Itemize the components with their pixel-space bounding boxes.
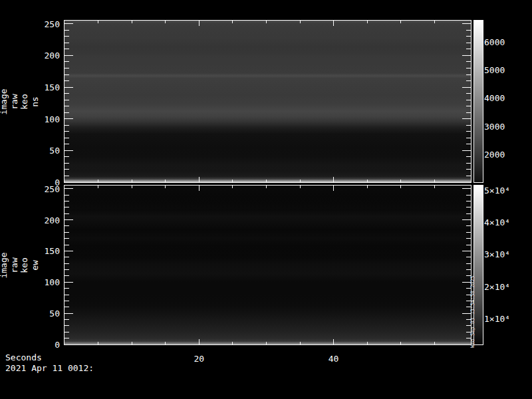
y-tick-minor xyxy=(466,131,471,132)
figure-root: Seconds 2021 Apr 11 0012: Wed Sep 03 13:… xyxy=(0,0,532,399)
x-tick-minor xyxy=(132,186,132,188)
y-tick-minor xyxy=(65,36,69,37)
y-tick-major xyxy=(65,219,73,220)
y-tick-minor xyxy=(466,43,471,43)
y-tick-minor xyxy=(466,225,471,226)
x-tick-minor xyxy=(434,21,435,23)
y-tick-label: 200 xyxy=(45,51,60,60)
y-tick-minor xyxy=(65,288,69,289)
x-tick-minor xyxy=(266,180,267,182)
y-tick-minor xyxy=(466,93,471,94)
y-axis-title-word: raw xyxy=(9,94,19,109)
colorbar-tick-label: 5000 xyxy=(484,65,505,75)
x-tick-minor xyxy=(367,21,368,23)
y-tick-minor xyxy=(65,169,69,170)
y-tick-major xyxy=(65,182,73,183)
x-tick-minor xyxy=(367,186,368,188)
x-tick-minor xyxy=(165,180,166,182)
y-tick-minor xyxy=(466,80,471,81)
y-tick-minor xyxy=(466,156,471,157)
x-tick-minor xyxy=(98,180,98,182)
y-tick-minor xyxy=(65,213,69,214)
y-axis-title-word: image xyxy=(0,252,9,278)
y-tick-minor xyxy=(466,74,471,75)
y-tick-major xyxy=(65,87,73,88)
y-tick-minor xyxy=(65,325,69,326)
y-tick-minor xyxy=(466,68,471,68)
x-tick-major xyxy=(199,339,200,344)
y-tick-major xyxy=(65,313,73,314)
y-tick-minor xyxy=(65,131,69,132)
y-tick-minor xyxy=(466,169,471,170)
x-tick-minor xyxy=(434,180,435,182)
creation-timestamp-vertical: Wed Sep 03 13:54:50 2025 xyxy=(469,276,475,348)
x-tick-minor xyxy=(367,342,368,344)
keogram-panel-ew xyxy=(64,185,471,345)
x-tick-minor xyxy=(232,180,233,182)
y-tick-minor xyxy=(65,269,69,270)
x-tick-major xyxy=(333,186,334,191)
x-tick-minor xyxy=(300,186,301,188)
x-tick-minor xyxy=(132,180,132,182)
y-axis-title-word: raw xyxy=(9,257,19,273)
x-tick-major xyxy=(199,177,200,182)
y-tick-major xyxy=(462,219,471,220)
colorbar-tick-label: 6000 xyxy=(484,37,505,47)
y-tick-minor xyxy=(65,138,69,138)
y-tick-major xyxy=(65,251,73,251)
y-tick-major xyxy=(462,150,471,151)
y-tick-minor xyxy=(466,36,471,37)
y-tick-label: 50 xyxy=(49,309,60,318)
keogram-panel-ns xyxy=(64,20,471,183)
y-tick-major xyxy=(65,150,73,151)
y-tick-minor xyxy=(466,100,471,100)
x-tick-label: 20 xyxy=(194,354,204,363)
y-tick-minor xyxy=(65,307,69,307)
y-tick-label: 250 xyxy=(45,19,60,28)
colorbar-tick-label: 3×10⁴ xyxy=(484,249,510,259)
x-tick-minor xyxy=(98,21,98,23)
y-tick-minor xyxy=(65,61,69,62)
y-axis-title-word: ew xyxy=(30,260,40,271)
x-tick-minor xyxy=(98,342,98,344)
x-tick-minor xyxy=(300,342,301,344)
y-tick-label: 150 xyxy=(45,83,60,92)
y-tick-label: 50 xyxy=(49,146,60,155)
x-tick-minor xyxy=(367,180,368,182)
y-tick-major xyxy=(462,251,471,251)
y-tick-minor xyxy=(466,163,471,164)
keogram-image-ew xyxy=(65,186,471,344)
y-tick-minor xyxy=(65,245,69,245)
y-tick-minor xyxy=(65,49,69,49)
y-tick-major xyxy=(65,282,73,283)
y-tick-major xyxy=(462,55,471,56)
y-tick-minor xyxy=(466,213,471,214)
y-tick-minor xyxy=(65,144,69,144)
y-tick-minor xyxy=(65,301,69,301)
colorbar-ramp-ns xyxy=(474,21,483,182)
y-tick-minor xyxy=(65,112,69,113)
x-tick-minor xyxy=(434,186,435,188)
y-tick-minor xyxy=(65,68,69,68)
x-tick-minor xyxy=(400,180,401,182)
y-tick-label: 200 xyxy=(45,215,60,224)
y-tick-minor xyxy=(65,195,69,196)
y-tick-minor xyxy=(65,74,69,75)
y-tick-minor xyxy=(65,80,69,81)
y-tick-minor xyxy=(65,332,69,332)
keogram-image-ns xyxy=(65,21,471,182)
y-tick-minor xyxy=(65,207,69,207)
x-tick-minor xyxy=(232,186,233,188)
x-tick-minor xyxy=(434,342,435,344)
y-tick-major xyxy=(65,118,73,119)
y-axis-title-word: keo xyxy=(19,94,29,109)
y-tick-minor xyxy=(65,156,69,157)
y-tick-minor xyxy=(65,106,69,106)
x-tick-minor xyxy=(232,21,233,23)
y-tick-minor xyxy=(65,43,69,43)
y-tick-major xyxy=(65,344,73,345)
y-tick-minor xyxy=(65,232,69,233)
x-tick-minor xyxy=(132,342,132,344)
y-tick-minor xyxy=(65,176,69,176)
y-tick-minor xyxy=(65,225,69,226)
